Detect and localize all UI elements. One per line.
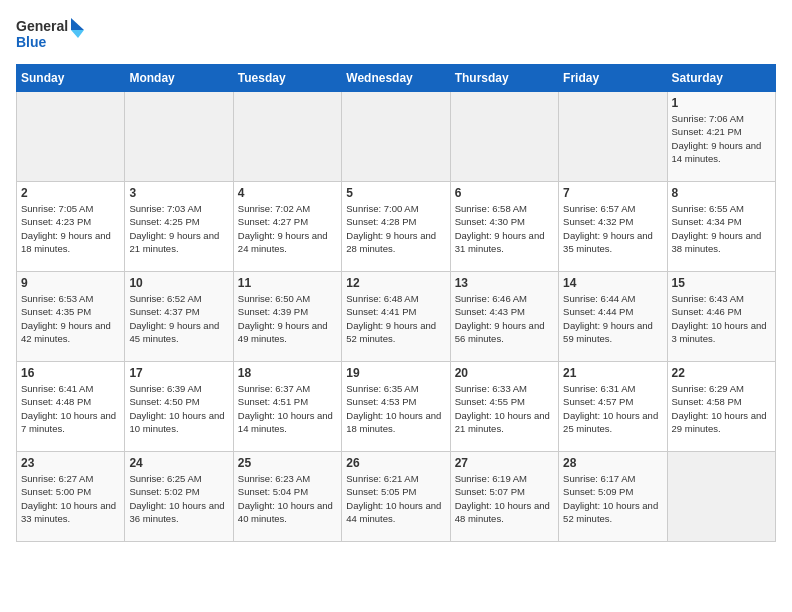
calendar-cell: 14Sunrise: 6:44 AM Sunset: 4:44 PM Dayli… (559, 272, 667, 362)
calendar-cell: 24Sunrise: 6:25 AM Sunset: 5:02 PM Dayli… (125, 452, 233, 542)
day-number: 6 (455, 186, 554, 200)
calendar-cell: 18Sunrise: 6:37 AM Sunset: 4:51 PM Dayli… (233, 362, 341, 452)
calendar-cell: 22Sunrise: 6:29 AM Sunset: 4:58 PM Dayli… (667, 362, 775, 452)
calendar-cell (450, 92, 558, 182)
day-info: Sunrise: 6:25 AM Sunset: 5:02 PM Dayligh… (129, 472, 228, 525)
day-info: Sunrise: 6:43 AM Sunset: 4:46 PM Dayligh… (672, 292, 771, 345)
header-day-monday: Monday (125, 65, 233, 92)
day-number: 7 (563, 186, 662, 200)
calendar-table: SundayMondayTuesdayWednesdayThursdayFrid… (16, 64, 776, 542)
day-info: Sunrise: 6:21 AM Sunset: 5:05 PM Dayligh… (346, 472, 445, 525)
calendar-cell (342, 92, 450, 182)
day-info: Sunrise: 6:55 AM Sunset: 4:34 PM Dayligh… (672, 202, 771, 255)
logo-icon: GeneralBlue (16, 16, 86, 52)
svg-text:General: General (16, 18, 68, 34)
day-info: Sunrise: 6:53 AM Sunset: 4:35 PM Dayligh… (21, 292, 120, 345)
calendar-cell: 28Sunrise: 6:17 AM Sunset: 5:09 PM Dayli… (559, 452, 667, 542)
header-day-friday: Friday (559, 65, 667, 92)
day-info: Sunrise: 6:33 AM Sunset: 4:55 PM Dayligh… (455, 382, 554, 435)
calendar-cell: 16Sunrise: 6:41 AM Sunset: 4:48 PM Dayli… (17, 362, 125, 452)
calendar-week-1: 1Sunrise: 7:06 AM Sunset: 4:21 PM Daylig… (17, 92, 776, 182)
day-number: 9 (21, 276, 120, 290)
day-number: 22 (672, 366, 771, 380)
calendar-cell: 20Sunrise: 6:33 AM Sunset: 4:55 PM Dayli… (450, 362, 558, 452)
day-info: Sunrise: 6:23 AM Sunset: 5:04 PM Dayligh… (238, 472, 337, 525)
day-info: Sunrise: 7:06 AM Sunset: 4:21 PM Dayligh… (672, 112, 771, 165)
day-info: Sunrise: 6:58 AM Sunset: 4:30 PM Dayligh… (455, 202, 554, 255)
day-number: 14 (563, 276, 662, 290)
day-number: 10 (129, 276, 228, 290)
calendar-cell: 12Sunrise: 6:48 AM Sunset: 4:41 PM Dayli… (342, 272, 450, 362)
calendar-cell: 17Sunrise: 6:39 AM Sunset: 4:50 PM Dayli… (125, 362, 233, 452)
day-number: 2 (21, 186, 120, 200)
day-info: Sunrise: 6:37 AM Sunset: 4:51 PM Dayligh… (238, 382, 337, 435)
day-info: Sunrise: 6:35 AM Sunset: 4:53 PM Dayligh… (346, 382, 445, 435)
day-number: 13 (455, 276, 554, 290)
calendar-cell: 5Sunrise: 7:00 AM Sunset: 4:28 PM Daylig… (342, 182, 450, 272)
svg-text:Blue: Blue (16, 34, 47, 50)
day-info: Sunrise: 7:00 AM Sunset: 4:28 PM Dayligh… (346, 202, 445, 255)
header-day-sunday: Sunday (17, 65, 125, 92)
header: GeneralBlue (16, 16, 776, 52)
calendar-week-2: 2Sunrise: 7:05 AM Sunset: 4:23 PM Daylig… (17, 182, 776, 272)
day-number: 17 (129, 366, 228, 380)
day-info: Sunrise: 6:29 AM Sunset: 4:58 PM Dayligh… (672, 382, 771, 435)
calendar-cell: 10Sunrise: 6:52 AM Sunset: 4:37 PM Dayli… (125, 272, 233, 362)
day-info: Sunrise: 6:19 AM Sunset: 5:07 PM Dayligh… (455, 472, 554, 525)
svg-marker-3 (71, 30, 84, 38)
day-info: Sunrise: 6:50 AM Sunset: 4:39 PM Dayligh… (238, 292, 337, 345)
day-number: 19 (346, 366, 445, 380)
calendar-cell: 19Sunrise: 6:35 AM Sunset: 4:53 PM Dayli… (342, 362, 450, 452)
day-number: 4 (238, 186, 337, 200)
calendar-cell: 7Sunrise: 6:57 AM Sunset: 4:32 PM Daylig… (559, 182, 667, 272)
day-number: 24 (129, 456, 228, 470)
calendar-cell: 21Sunrise: 6:31 AM Sunset: 4:57 PM Dayli… (559, 362, 667, 452)
calendar-week-5: 23Sunrise: 6:27 AM Sunset: 5:00 PM Dayli… (17, 452, 776, 542)
day-number: 21 (563, 366, 662, 380)
calendar-cell: 4Sunrise: 7:02 AM Sunset: 4:27 PM Daylig… (233, 182, 341, 272)
day-info: Sunrise: 6:31 AM Sunset: 4:57 PM Dayligh… (563, 382, 662, 435)
calendar-cell (559, 92, 667, 182)
calendar-cell: 8Sunrise: 6:55 AM Sunset: 4:34 PM Daylig… (667, 182, 775, 272)
day-number: 18 (238, 366, 337, 380)
calendar-week-4: 16Sunrise: 6:41 AM Sunset: 4:48 PM Dayli… (17, 362, 776, 452)
day-number: 27 (455, 456, 554, 470)
calendar-cell: 13Sunrise: 6:46 AM Sunset: 4:43 PM Dayli… (450, 272, 558, 362)
day-info: Sunrise: 7:05 AM Sunset: 4:23 PM Dayligh… (21, 202, 120, 255)
calendar-header-row: SundayMondayTuesdayWednesdayThursdayFrid… (17, 65, 776, 92)
day-info: Sunrise: 6:44 AM Sunset: 4:44 PM Dayligh… (563, 292, 662, 345)
calendar-cell: 27Sunrise: 6:19 AM Sunset: 5:07 PM Dayli… (450, 452, 558, 542)
day-number: 15 (672, 276, 771, 290)
calendar-cell: 26Sunrise: 6:21 AM Sunset: 5:05 PM Dayli… (342, 452, 450, 542)
calendar-cell: 3Sunrise: 7:03 AM Sunset: 4:25 PM Daylig… (125, 182, 233, 272)
day-info: Sunrise: 6:52 AM Sunset: 4:37 PM Dayligh… (129, 292, 228, 345)
logo: GeneralBlue (16, 16, 86, 52)
header-day-wednesday: Wednesday (342, 65, 450, 92)
calendar-cell (17, 92, 125, 182)
day-number: 5 (346, 186, 445, 200)
day-number: 26 (346, 456, 445, 470)
calendar-cell: 1Sunrise: 7:06 AM Sunset: 4:21 PM Daylig… (667, 92, 775, 182)
calendar-cell: 15Sunrise: 6:43 AM Sunset: 4:46 PM Dayli… (667, 272, 775, 362)
day-number: 16 (21, 366, 120, 380)
day-info: Sunrise: 7:03 AM Sunset: 4:25 PM Dayligh… (129, 202, 228, 255)
calendar-cell: 6Sunrise: 6:58 AM Sunset: 4:30 PM Daylig… (450, 182, 558, 272)
day-number: 25 (238, 456, 337, 470)
day-number: 3 (129, 186, 228, 200)
day-number: 28 (563, 456, 662, 470)
day-number: 12 (346, 276, 445, 290)
calendar-cell: 25Sunrise: 6:23 AM Sunset: 5:04 PM Dayli… (233, 452, 341, 542)
day-number: 23 (21, 456, 120, 470)
day-info: Sunrise: 6:17 AM Sunset: 5:09 PM Dayligh… (563, 472, 662, 525)
svg-marker-2 (71, 18, 84, 30)
calendar-cell (125, 92, 233, 182)
day-info: Sunrise: 6:48 AM Sunset: 4:41 PM Dayligh… (346, 292, 445, 345)
day-info: Sunrise: 7:02 AM Sunset: 4:27 PM Dayligh… (238, 202, 337, 255)
calendar-cell (233, 92, 341, 182)
calendar-cell: 2Sunrise: 7:05 AM Sunset: 4:23 PM Daylig… (17, 182, 125, 272)
calendar-cell (667, 452, 775, 542)
calendar-cell: 11Sunrise: 6:50 AM Sunset: 4:39 PM Dayli… (233, 272, 341, 362)
header-day-tuesday: Tuesday (233, 65, 341, 92)
day-number: 1 (672, 96, 771, 110)
day-info: Sunrise: 6:57 AM Sunset: 4:32 PM Dayligh… (563, 202, 662, 255)
